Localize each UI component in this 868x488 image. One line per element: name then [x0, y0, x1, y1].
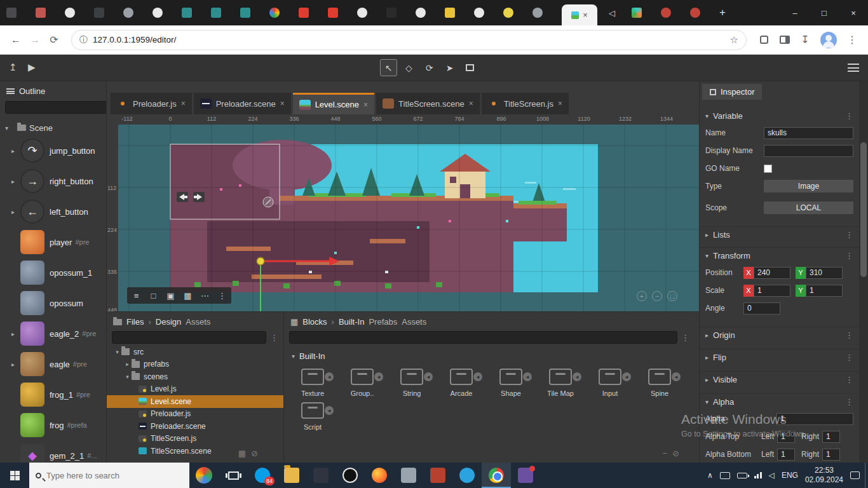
zoom-reset-icon[interactable]: □	[667, 291, 677, 301]
browser-tab-favicon[interactable]	[94, 8, 104, 18]
scope-button[interactable]: LOCAL	[764, 201, 853, 214]
volume-icon[interactable]: ◁	[769, 471, 775, 480]
alpha-bottom-left-input[interactable]	[777, 449, 795, 461]
blocks-menu-icon[interactable]: ⋮	[681, 333, 689, 342]
taskbar-app-telegram[interactable]	[452, 463, 482, 488]
browser-tab-favicon-youtube[interactable]	[328, 8, 338, 18]
send-tool-button[interactable]: ➤	[441, 59, 458, 76]
language-indicator[interactable]: ENG	[782, 471, 798, 480]
scene-canvas[interactable]: ≡ □ ▣ ▦ ⋯ ⋮ + − □	[118, 125, 699, 311]
main-menu-icon[interactable]	[848, 64, 859, 72]
toolbar-menu-icon[interactable]: ⋮	[214, 288, 230, 302]
browser-tab-favicon-wordpress[interactable]	[153, 8, 163, 18]
outline-item-player[interactable]: player #pre	[0, 227, 106, 257]
outline-item-opossum[interactable]: opossum	[0, 288, 106, 318]
taskbar-app[interactable]	[336, 463, 365, 488]
touch-keyboard-icon[interactable]	[720, 472, 730, 479]
position-y-input[interactable]	[806, 267, 843, 279]
outline-item-frog-1[interactable]: frog_1 #pre	[0, 379, 106, 410]
go-name-checkbox[interactable]	[764, 165, 772, 173]
file-tree-item-level-js[interactable]: Level.js	[107, 383, 283, 396]
outline-item-eagle[interactable]: ▸ eagle #pre	[0, 349, 106, 379]
name-input[interactable]	[764, 127, 853, 139]
tab-built-in[interactable]: Built-In	[339, 317, 364, 327]
taskbar-app-explorer[interactable]	[277, 463, 306, 488]
built-in-section-header[interactable]: ▾ Built-In	[284, 346, 695, 363]
speaker-icon[interactable]: ◁	[609, 8, 615, 18]
browser-tab-favicon-js[interactable]	[445, 8, 455, 18]
caret-down-icon[interactable]: ▾	[5, 125, 14, 132]
network-icon[interactable]	[754, 472, 762, 478]
browser-tab-favicon[interactable]	[211, 8, 221, 18]
caret-icon[interactable]: ▸	[11, 147, 20, 154]
section-menu-icon[interactable]: ⋮	[845, 397, 853, 407]
more-tools-icon[interactable]: ⋯	[197, 288, 213, 302]
export-icon[interactable]: ↥	[9, 62, 17, 73]
browser-tab-favicon[interactable]	[386, 8, 397, 18]
files-menu-icon[interactable]: ⋮	[270, 333, 278, 342]
grid-toggle-icon[interactable]: ▦	[180, 288, 196, 302]
section-menu-icon[interactable]: ⋮	[845, 353, 853, 362]
block-item-shape[interactable]: ◂ Shape	[489, 366, 533, 397]
caret-icon[interactable]: ▸	[11, 208, 20, 215]
alpha-bottom-right-input[interactable]	[822, 449, 840, 461]
zoom-in-icon[interactable]: +	[637, 291, 647, 301]
close-tab-icon[interactable]: ×	[469, 99, 473, 108]
section-menu-icon[interactable]: ⋮	[845, 375, 853, 384]
file-tree-item-scenes[interactable]: ▾scenes	[107, 370, 283, 383]
close-tab-icon[interactable]: ×	[363, 100, 368, 109]
battery-icon[interactable]	[737, 473, 747, 478]
taskbar-app[interactable]	[394, 463, 423, 488]
browser-tab-favicon[interactable]	[690, 8, 700, 18]
scale-y-input[interactable]	[806, 285, 843, 297]
taskbar-app-skype[interactable]: 84	[248, 463, 277, 488]
hidden-icons-chevron[interactable]: ∧	[707, 471, 713, 480]
files-search-input[interactable]	[112, 331, 266, 344]
visible-section-header[interactable]: ▸ Visible ⋮	[700, 372, 859, 387]
zoom-out-icon[interactable]: −	[652, 291, 662, 301]
type-button[interactable]: Image	[764, 180, 853, 193]
block-item-group[interactable]: ◂ Group..	[340, 366, 384, 397]
show-desktop-button[interactable]	[865, 463, 868, 488]
taskbar-app[interactable]	[423, 463, 452, 488]
block-item-texture[interactable]: ◂ Texture	[290, 366, 335, 397]
block-item-input[interactable]: ◂ Input	[588, 366, 632, 397]
tab-assets[interactable]: Assets	[186, 317, 210, 327]
browser-tab-favicon-google[interactable]	[269, 8, 280, 18]
tab-prefabs[interactable]: Prefabs	[369, 317, 397, 327]
block-item-arcade[interactable]: ◂ Arcade	[439, 366, 484, 397]
inspector-scrollbar[interactable]	[859, 81, 868, 463]
blocks-search-input[interactable]	[289, 331, 677, 344]
outline-item-right-button[interactable]: ▸ → right_button	[0, 166, 106, 196]
tab-preloader-scene[interactable]: Preloader.scene ×	[194, 93, 291, 114]
refresh-tool-button[interactable]: ⟳	[421, 59, 438, 76]
outline-item-opossum-1[interactable]: opossum_1	[0, 257, 106, 288]
variable-section-header[interactable]: ▾ Variable ⋮	[700, 108, 859, 123]
browser-tab-favicon[interactable]	[503, 8, 513, 18]
minimize-button[interactable]: –	[780, 0, 810, 25]
block-item-tile-map[interactable]: ◂ Tile Map	[538, 366, 583, 397]
browser-tab-favicon-github[interactable]	[65, 8, 75, 18]
browser-tab-favicon[interactable]	[123, 8, 133, 18]
downloads-icon[interactable]: ↧	[796, 34, 815, 46]
section-menu-icon[interactable]: ⋮	[845, 111, 853, 121]
url-text[interactable]: 127.0.0.1:1959/editor/	[93, 35, 725, 44]
close-window-button[interactable]: ×	[839, 0, 868, 25]
taskbar-app-chrome[interactable]	[482, 463, 511, 488]
browser-tab-favicon-youtube[interactable]	[299, 8, 309, 18]
alpha-section-header[interactable]: ▾ Alpha ⋮	[700, 394, 859, 409]
transform-section-header[interactable]: ▾ Transform ⋮	[700, 248, 859, 263]
close-tab-icon[interactable]: ×	[583, 11, 588, 19]
side-panel-icon[interactable]	[780, 36, 790, 44]
bookmark-star-icon[interactable]: ☆	[730, 34, 738, 46]
site-info-icon[interactable]: ⓘ	[79, 34, 88, 46]
browser-tab-favicon-github[interactable]	[416, 8, 426, 18]
tab-design[interactable]: Design	[156, 317, 181, 327]
align-tool-icon[interactable]: ≡	[128, 288, 144, 302]
action-center-icon[interactable]	[850, 471, 860, 479]
fullscreen-button[interactable]	[461, 59, 478, 76]
tab-preloader-js[interactable]: Preloader.js ×	[111, 93, 192, 114]
tab-level-scene[interactable]: Level.scene ×	[293, 93, 374, 114]
play-button[interactable]: ▶	[28, 62, 36, 73]
profile-avatar[interactable]	[820, 32, 837, 48]
